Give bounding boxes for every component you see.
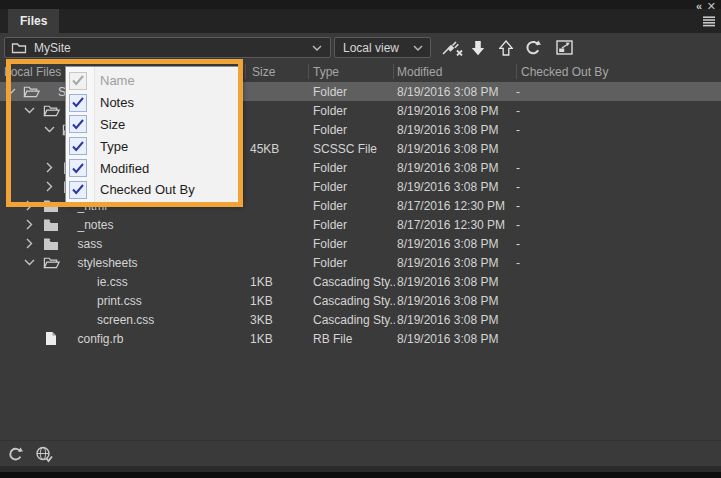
chevron-right-icon[interactable] [43, 162, 55, 173]
checkbox-checked-icon [69, 137, 87, 155]
chevron-down-icon[interactable] [24, 107, 36, 114]
size-cell: 45KB [250, 142, 306, 156]
connect-icon[interactable] [438, 37, 468, 58]
checkbox-checked-icon [69, 94, 87, 112]
column-menu-item[interactable]: Modified [66, 157, 238, 179]
type-cell: Cascading Sty... [313, 313, 395, 327]
modified-cell: 8/19/2016 3:08 PM [397, 180, 513, 194]
get-files-icon[interactable] [466, 37, 490, 58]
checked-out-cell: - [516, 199, 576, 213]
column-modified[interactable]: Modified [397, 65, 442, 79]
size-cell: 1KB [250, 275, 306, 289]
column-menu-item-label: Size [100, 117, 125, 132]
checked-out-cell: - [516, 218, 576, 232]
files-panel: « ✕ Files MySite Local view [0, 0, 721, 478]
tree-row[interactable]: screen.css 3KB Cascading Sty... 8/19/201… [0, 310, 721, 329]
panel-bottom-edge [0, 472, 721, 478]
globe-check-icon[interactable] [32, 445, 56, 463]
column-menu-item-label: Notes [100, 95, 134, 110]
chevron-right-icon[interactable] [43, 181, 55, 192]
folder-open-icon [43, 256, 60, 269]
chevron-right-icon[interactable] [24, 238, 36, 249]
folder-open-icon [23, 85, 40, 98]
tab-files[interactable]: Files [8, 9, 59, 33]
chevron-down-icon [312, 45, 322, 51]
checkbox-checked-icon [69, 159, 87, 177]
file-name: screen.css [97, 313, 154, 327]
column-local-files[interactable]: Local Files [4, 65, 61, 79]
toolbar: MySite Local view [0, 33, 721, 61]
type-cell: Folder [313, 161, 395, 175]
modified-cell: 8/19/2016 3:08 PM [397, 104, 513, 118]
modified-cell: 8/19/2016 3:08 PM [397, 256, 513, 270]
tree-row[interactable]: print.css 1KB Cascading Sty... 8/19/2016… [0, 291, 721, 310]
modified-cell: 8/19/2016 3:08 PM [397, 275, 513, 289]
checked-out-cell: - [516, 256, 576, 270]
chevron-right-icon[interactable] [24, 219, 36, 230]
column-context-menu: Name Notes Size Type Modified Checked Ou… [65, 66, 239, 203]
column-menu-item[interactable]: Type [66, 135, 238, 157]
chevron-down-icon[interactable] [24, 259, 36, 266]
type-cell: Cascading Sty... [313, 275, 395, 289]
chevron-down-icon[interactable] [43, 126, 55, 133]
modified-cell: 8/19/2016 3:08 PM [397, 332, 513, 346]
column-menu-item[interactable]: Checked Out By [66, 179, 238, 201]
file-name: _notes [78, 218, 114, 232]
panel-top-strip [0, 0, 721, 9]
checked-out-cell: - [516, 85, 576, 99]
file-name: print.css [97, 294, 142, 308]
folder-icon [43, 199, 60, 212]
file-name: stylesheets [78, 256, 138, 270]
size-cell: 1KB [250, 332, 306, 346]
checkbox-checked-icon [69, 72, 87, 90]
type-cell: Folder [313, 237, 395, 251]
expand-panel-icon[interactable] [552, 37, 576, 58]
column-menu-item[interactable]: Notes [66, 92, 238, 114]
column-size[interactable]: Size [252, 65, 275, 79]
type-cell: Folder [313, 256, 395, 270]
size-cell: 1KB [250, 294, 306, 308]
tree-row[interactable]: sass Folder 8/19/2016 3:08 PM - [0, 234, 721, 253]
tree-row[interactable]: config.rb 1KB RB File 8/19/2016 3:08 PM [0, 329, 721, 348]
modified-cell: 8/17/2016 12:30 PM [397, 199, 513, 213]
type-cell: Folder [313, 85, 395, 99]
checked-out-cell: - [516, 123, 576, 137]
tree-row[interactable]: ie.css 1KB Cascading Sty... 8/19/2016 3:… [0, 272, 721, 291]
view-selector-value: Local view [343, 41, 413, 55]
folder-icon [43, 218, 60, 231]
tab-files-label: Files [20, 14, 47, 28]
column-checked-out-by[interactable]: Checked Out By [521, 65, 608, 79]
type-cell: SCSSC File [313, 142, 395, 156]
checked-out-cell: - [516, 161, 576, 175]
tree-row[interactable]: _notes Folder 8/17/2016 12:30 PM - [0, 215, 721, 234]
modified-cell: 8/19/2016 3:08 PM [397, 142, 513, 156]
type-cell: Folder [313, 180, 395, 194]
checkbox-checked-icon [69, 181, 87, 199]
panel-menu-icon[interactable] [702, 16, 716, 27]
refresh-icon[interactable] [3, 445, 27, 463]
modified-cell: 8/19/2016 3:08 PM [397, 313, 513, 327]
type-cell: Folder [313, 104, 395, 118]
site-selector[interactable]: MySite [4, 37, 331, 58]
view-selector[interactable]: Local view [334, 37, 431, 58]
chevron-down-icon[interactable] [4, 88, 16, 95]
type-cell: Folder [313, 218, 395, 232]
column-menu-item[interactable]: Name [66, 70, 238, 92]
type-cell: Folder [313, 199, 395, 213]
modified-cell: 8/17/2016 12:30 PM [397, 218, 513, 232]
size-cell: 3KB [250, 313, 306, 327]
site-selector-value: MySite [34, 41, 312, 55]
type-cell: RB File [313, 332, 395, 346]
file-name: sass [78, 237, 103, 251]
chevron-right-icon[interactable] [24, 200, 36, 211]
put-files-icon[interactable] [494, 37, 518, 58]
folder-icon [43, 237, 60, 250]
tree-row[interactable]: stylesheets Folder 8/19/2016 3:08 PM - [0, 253, 721, 272]
column-type[interactable]: Type [313, 65, 339, 79]
modified-cell: 8/19/2016 3:08 PM [397, 161, 513, 175]
column-menu-item[interactable]: Size [66, 114, 238, 136]
column-menu-item-label: Type [100, 139, 128, 154]
modified-cell: 8/19/2016 3:08 PM [397, 294, 513, 308]
tab-bar: Files [0, 9, 721, 33]
refresh-icon[interactable] [521, 37, 545, 58]
